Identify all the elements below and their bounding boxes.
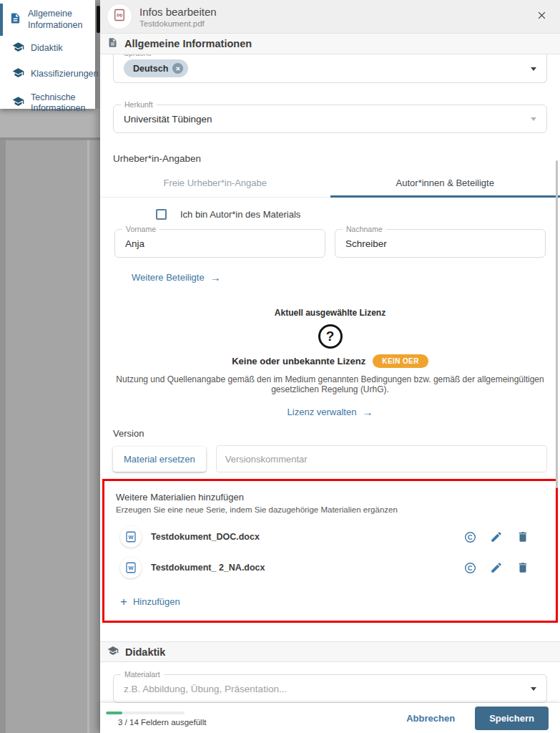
herkunft-value: Universität Tübingen [124,114,212,125]
close-button[interactable] [533,8,550,25]
chevron-down-icon [531,117,536,121]
author-checkbox-label: Ich bin Autor*in des Materials [180,209,300,220]
section-title: Allgemeine Informationen [124,38,252,49]
dialog-scrollbar-thumb[interactable] [556,160,558,488]
nachname-input[interactable] [345,238,535,249]
svg-text:W: W [128,534,134,540]
trash-icon[interactable] [516,560,530,575]
arrow-right-icon: → [210,272,221,283]
sidebar-item-klassifizierungen[interactable]: Klassifizierungen [0,62,95,87]
field-label: Nachname [343,225,386,233]
dialog-header: Infos bearbeiten Testdokument.pdf [100,0,560,34]
versionskommentar-input[interactable] [216,445,547,472]
field-label: Vorname [122,225,159,233]
urheber-heading: Urheber*in-Angaben [113,153,547,164]
sidebar-item-label: Didaktik [31,43,62,54]
version-heading: Version [113,428,547,439]
chevron-down-icon [531,67,536,71]
screen: Allgemeine Informationen Didaktik Klassi… [0,0,560,733]
sidebar-item-label: Klassifizierungen [31,69,99,80]
nachname-field[interactable]: Nachname [335,229,546,258]
materialien-heading: Weitere Materialien hinzufügen [116,492,544,503]
file-name: Testdokument_ 2_NA.docx [151,563,463,573]
weitere-beteiligte-link[interactable]: Weitere Beteiligte → [132,272,221,283]
author-checkbox[interactable] [156,209,167,220]
language-field-label-fragment: Sprache [124,54,152,57]
materialien-subheading: Erzeugen Sie eine neue Serie, indem Sie … [116,505,544,514]
speichern-button[interactable]: Speichern [475,707,549,730]
vorname-field[interactable]: Vorname [114,229,325,258]
graduation-cap-icon [12,41,24,57]
pdf-file-icon [112,8,127,25]
progress-bar [106,712,185,714]
word-file-icon: W [120,526,142,548]
sidebar-item-label: Technische Informationen [31,92,91,115]
materialart-field[interactable]: Materialart z.B. Abbildung, Übung, Präse… [113,674,547,703]
trash-icon[interactable] [516,530,530,544]
dialog-titles: Infos bearbeiten Testdokument.pdf [139,6,533,28]
document-icon [107,37,118,51]
section-title: Didaktik [125,646,165,658]
sidebar-item-didaktik[interactable]: Didaktik [0,36,95,62]
file-actions [463,560,530,575]
kein-oer-badge: KEIN OER [373,354,428,368]
language-field[interactable]: Sprache Deutsch ✕ [113,54,547,83]
dialog-subtitle: Testdokument.pdf [139,19,533,28]
tab-freie-urheberangabe[interactable]: Freie Urheber*in-Angabe [100,170,330,197]
author-checkbox-row: Ich bin Autor*in des Materials [156,209,560,220]
license-description: Nutzung und Quellenangabe gemäß den im M… [114,374,546,394]
file-name: Testdokument_DOC.docx [151,532,463,542]
urheber-tabs: Freie Urheber*in-Angabe Autor*innen & Be… [100,170,560,198]
section-nav: Allgemeine Informationen Didaktik Klassi… [0,0,95,109]
tab-autorinnen-beteiligte[interactable]: Autor*innen & Beteiligte [330,170,560,197]
abbrechen-button[interactable]: Abbrechen [406,713,455,724]
section-header-didaktik: Didaktik [100,641,560,662]
license-manage-row: Lizenz verwalten → [100,405,560,418]
version-block: Version Material ersetzen [113,428,547,472]
edit-info-dialog: Infos bearbeiten Testdokument.pdf Allgem… [100,0,560,733]
chip-remove-icon[interactable]: ✕ [172,63,183,74]
svg-text:W: W [128,565,134,571]
scrollbar-thumb[interactable] [97,6,100,33]
herkunft-field[interactable]: Herkunft Universität Tübingen [113,105,547,133]
material-file-row: W Testdokument_ 2_NA.docx [116,557,544,578]
backdrop-divider [87,140,89,733]
language-chip: Deutsch ✕ [124,59,188,77]
field-label: Materialart [121,670,164,679]
section-header-allgemeine-informationen: Allgemeine Informationen [100,34,560,54]
weitere-materialien-section: Weitere Materialien hinzufügen Erzeugen … [102,479,558,623]
sidebar-item-allgemeine-informationen[interactable]: Allgemeine Informationen [0,4,95,36]
license-block: Aktuell ausgewählte Lizenz ? Keine oder … [100,308,560,418]
sidebar-item-technische-informationen[interactable]: Technische Informationen [0,87,95,120]
chip-label: Deutsch [133,64,168,74]
file-avatar [107,4,132,29]
footer-actions: Abbrechen Speichern [406,707,549,730]
graduation-cap-icon [107,645,119,659]
vorname-input[interactable] [125,238,315,249]
license-name: Keine oder unbekannte Lizenz [232,356,365,366]
progress-fill [106,712,122,714]
backdrop-left-strip [0,140,6,733]
copyright-icon[interactable] [463,560,477,575]
copyright-icon[interactable] [463,530,477,544]
help-circle-icon: ? [318,324,343,349]
version-row: Material ersetzen [113,445,547,472]
author-name-fields: Vorname Nachname [114,229,546,258]
dialog-footer: 3 / 14 Feldern ausgefüllt Abbrechen Spei… [100,703,560,733]
hinzufuegen-link[interactable]: + Hinzufügen [120,596,180,608]
material-ersetzen-button[interactable]: Material ersetzen [113,447,206,472]
material-file-row: W Testdokument_DOC.docx [116,526,544,548]
field-label: Herkunft [121,100,157,109]
chevron-down-icon [531,687,536,691]
license-name-row: Keine oder unbekannte Lizenz KEIN OER [100,354,560,368]
dialog-title: Infos bearbeiten [139,6,533,18]
edit-pencil-icon[interactable] [489,560,503,575]
dialog-content: Sprache Deutsch ✕ Herkunft Universität T… [100,54,560,732]
lizenz-verwalten-link[interactable]: Lizenz verwalten → [288,407,373,417]
word-file-icon: W [120,557,142,578]
backdrop-edge [0,137,100,140]
arrow-right-icon: → [362,407,373,417]
progress-group: 3 / 14 Feldern ausgefüllt [106,710,206,727]
edit-pencil-icon[interactable] [489,530,503,544]
materialart-placeholder: z.B. Abbildung, Übung, Präsentation... [124,684,287,694]
